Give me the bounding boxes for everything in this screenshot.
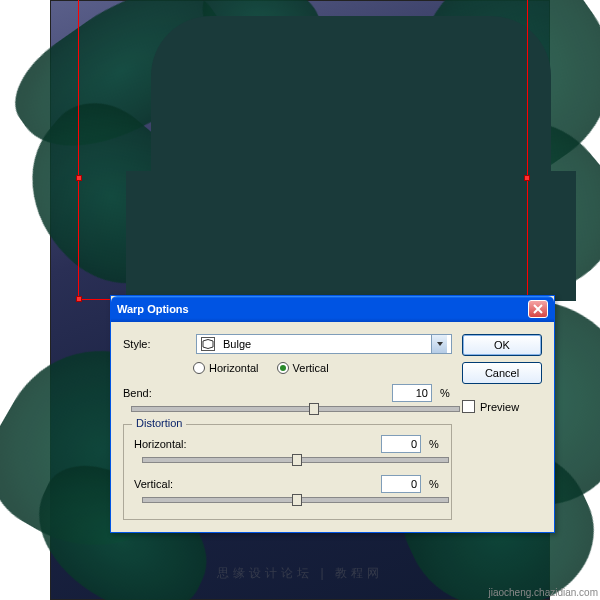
distortion-group: Distortion Horizontal: % Vertical: %	[123, 424, 452, 520]
close-icon[interactable]	[528, 300, 548, 318]
bend-slider[interactable]	[131, 406, 460, 412]
distortion-v-suffix: %	[429, 478, 441, 490]
style-label: Style:	[123, 338, 188, 350]
distortion-h-input[interactable]	[381, 435, 421, 453]
bulge-icon	[201, 337, 215, 351]
preview-checkbox[interactable]: Preview	[462, 400, 542, 413]
selection-bounding-box[interactable]	[78, 0, 528, 300]
vertical-radio[interactable]: Vertical	[277, 362, 329, 374]
distortion-v-slider[interactable]	[142, 497, 449, 503]
anchor-right-mid[interactable]	[524, 175, 530, 181]
horizontal-radio-label: Horizontal	[209, 362, 259, 374]
style-select[interactable]: Bulge	[196, 334, 452, 354]
horizontal-radio[interactable]: Horizontal	[193, 362, 259, 374]
chevron-down-icon	[431, 335, 447, 353]
bend-label: Bend:	[123, 387, 188, 399]
vertical-radio-label: Vertical	[293, 362, 329, 374]
distortion-h-slider[interactable]	[142, 457, 449, 463]
dialog-title: Warp Options	[117, 303, 189, 315]
bend-suffix: %	[440, 387, 452, 399]
anchor-left-mid[interactable]	[76, 175, 82, 181]
watermark-site: jiaocheng.chazidian.com	[488, 587, 598, 598]
ok-button[interactable]: OK	[462, 334, 542, 356]
distortion-h-suffix: %	[429, 438, 441, 450]
anchor-bottom-left[interactable]	[76, 296, 82, 302]
preview-label: Preview	[480, 401, 519, 413]
watermark-cn: 思缘设计论坛 | 教程网	[217, 565, 383, 582]
warp-options-dialog: Warp Options Style: Bulge	[110, 295, 555, 533]
distortion-h-label: Horizontal:	[134, 438, 199, 450]
dialog-titlebar[interactable]: Warp Options	[111, 296, 554, 322]
bend-input[interactable]	[392, 384, 432, 402]
style-value: Bulge	[223, 338, 251, 350]
distortion-legend: Distortion	[132, 417, 186, 429]
cancel-button[interactable]: Cancel	[462, 362, 542, 384]
distortion-v-label: Vertical:	[134, 478, 199, 490]
distortion-v-input[interactable]	[381, 475, 421, 493]
